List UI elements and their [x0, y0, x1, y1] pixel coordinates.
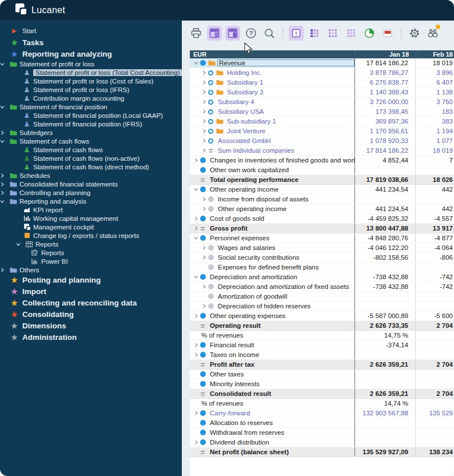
table-row-taxes-on-income[interactable]: Taxes on income	[190, 350, 454, 360]
cell-feb[interactable]	[416, 195, 454, 204]
cell-jan[interactable]: 17 814 186,22	[355, 146, 416, 155]
row-name-cell[interactable]: =Total operating performance	[190, 175, 355, 184]
sidebar-item-subledgers[interactable]: Subledgers	[0, 128, 182, 137]
cell-feb[interactable]	[416, 350, 454, 359]
chevron-right-icon[interactable]	[200, 119, 208, 124]
cell-feb[interactable]: 3 896	[416, 68, 454, 77]
chevron-right-icon[interactable]	[200, 284, 208, 289]
table-row-associated-gmbh[interactable]: Associated GmbH1 078 920,331 077	[190, 136, 454, 146]
sidebar-item-statement-of-profit-or-loss-total-cost-accounting[interactable]: ♟Statement of profit or loss (Total Cost…	[0, 68, 182, 77]
chevron-right-icon[interactable]	[192, 226, 200, 231]
grid-plus-button[interactable]	[325, 26, 340, 41]
table-row-revenue[interactable]: Revenue17 814 186,2218 019	[190, 58, 454, 68]
cell-feb[interactable]	[416, 370, 454, 379]
chevron-right-icon[interactable]	[200, 100, 208, 104]
sidebar-item-statement-of-financial-position-local-gaap[interactable]: ♟Statement of financial position (Local …	[0, 111, 182, 120]
chevron-right-icon[interactable]	[200, 129, 208, 133]
sidebar-item-reporting-and-analysis[interactable]: Reporting and analysis	[0, 197, 182, 205]
row-name-cell[interactable]: Amortization of goodwill	[190, 292, 355, 301]
row-name-cell[interactable]: Social security contributions	[190, 253, 355, 262]
cell-jan[interactable]	[355, 379, 416, 388]
row-name-cell[interactable]: Dividend distribution	[190, 438, 355, 447]
row-name-cell[interactable]: Financial result	[190, 340, 355, 350]
row-name-cell[interactable]: Holding Inc.	[190, 68, 355, 77]
chevron-down-icon[interactable]	[16, 242, 23, 247]
chevron-down-icon[interactable]	[192, 275, 200, 279]
cell-feb[interactable]	[416, 292, 454, 301]
cell-feb[interactable]	[416, 379, 454, 388]
row-name-cell[interactable]: Other own work capitalized	[190, 165, 355, 174]
cell-feb[interactable]	[416, 418, 454, 427]
cell-feb[interactable]: 13 917	[416, 224, 454, 233]
chevron-right-icon[interactable]	[192, 314, 200, 318]
cell-jan[interactable]: -802 158,56	[355, 253, 416, 262]
cell-jan[interactable]: 441 234,54	[355, 185, 416, 194]
sidebar-item-statement-of-profit-or-loss-cost-of-sales[interactable]: ♟Statement of profit or loss (Cost of Sa…	[0, 77, 182, 85]
chevron-right-icon[interactable]	[200, 304, 208, 308]
table-row-wages-and-salaries[interactable]: Wages and salaries-4 046 122,20-4 064	[190, 243, 454, 253]
sidebar-item-statement-of-profit-or-loss-ifrs[interactable]: ♟Statement of profit or loss (IFRS)	[0, 85, 182, 94]
cell-jan[interactable]: 1 140 388,43	[355, 88, 416, 97]
cell-jan[interactable]: 173 398,45	[355, 107, 416, 116]
chevron-down-icon[interactable]	[192, 61, 200, 65]
chevron-right-icon[interactable]	[192, 158, 200, 162]
row-name-cell[interactable]: Subsidiary USA	[190, 107, 355, 116]
row-name-cell[interactable]: Expenses for defined benefit plans	[190, 263, 355, 272]
cell-jan[interactable]: -738 432,88	[355, 272, 416, 281]
column-header-jan[interactable]: Jan 18	[355, 51, 416, 58]
cell-feb[interactable]: 442	[416, 185, 454, 194]
table-row-joint-venture[interactable]: Joint Venture1 170 956,611 194	[190, 126, 454, 136]
table-row-cost-of-goods-sold[interactable]: Cost of goods sold-4 459 825,32-4 557	[190, 214, 454, 224]
row-name-cell[interactable]: Wages and salaries	[190, 243, 355, 252]
chevron-right-icon[interactable]	[200, 109, 208, 114]
table-row-allocation-to-reserves[interactable]: Allocation to reserves	[190, 418, 454, 428]
sidebar-item-statement-of-profit-or-loss[interactable]: Statement of profit or loss	[0, 60, 182, 68]
cell-feb[interactable]	[416, 165, 454, 174]
sidebar-item-change-log-exports-status-reports[interactable]: Change log / exports / status reports	[0, 231, 182, 240]
cell-jan[interactable]: 14,75 %	[355, 331, 416, 340]
row-name-cell[interactable]: Taxes on income	[190, 350, 355, 359]
cell-jan[interactable]: 4 852,44	[355, 156, 416, 165]
row-name-cell[interactable]: =Consolidated result	[190, 389, 355, 398]
chevron-right-icon[interactable]	[0, 268, 7, 272]
chevron-right-icon[interactable]	[200, 197, 208, 201]
table-row-carry-forward[interactable]: Carry-forward132 903 567,88135 529	[190, 408, 454, 418]
cell-feb[interactable]: 1 077	[416, 136, 454, 145]
sidebar-item-controlling-and-planning[interactable]: Controlling and planning	[0, 188, 182, 197]
cell-jan[interactable]: -738 432,88	[355, 282, 416, 291]
cell-jan[interactable]: 17 819 038,66	[355, 175, 416, 184]
sidebar-item-start[interactable]: ▶Start	[0, 25, 182, 37]
cell-jan[interactable]: 1 170 956,61	[355, 126, 416, 136]
layout-table-button[interactable]	[207, 26, 222, 41]
chevron-down-icon[interactable]	[0, 105, 7, 109]
cell-feb[interactable]: 18 019	[416, 58, 454, 68]
chevron-right-icon[interactable]	[200, 255, 208, 260]
table-row-of-revenues[interactable]: % of revenues14,74 %	[190, 399, 454, 408]
sidebar-item-management-cockpit[interactable]: Management cockpit	[0, 223, 182, 231]
chevron-right-icon[interactable]	[0, 182, 7, 187]
chevron-right-icon[interactable]	[192, 343, 200, 347]
row-name-cell[interactable]: Personnel expenses	[190, 233, 355, 243]
row-name-cell[interactable]: Other taxes	[190, 370, 355, 379]
cell-feb[interactable]: 2 704	[416, 389, 454, 398]
chevron-right-icon[interactable]	[200, 245, 208, 250]
table-row-expenses-for-defined-benefit-plans[interactable]: Expenses for defined benefit plans	[190, 263, 454, 272]
chevron-right-icon[interactable]	[200, 70, 208, 75]
binoculars-button[interactable]	[425, 26, 440, 41]
cell-jan[interactable]: -4 848 280,76	[355, 233, 416, 243]
cell-feb[interactable]: 1 194	[416, 126, 454, 136]
row-name-cell[interactable]: Withdrawal from reserves	[190, 428, 355, 437]
cell-feb[interactable]	[416, 438, 454, 447]
sidebar-item-working-capital-management[interactable]: Working capital management	[0, 214, 182, 223]
table-row-subsidiary-3[interactable]: Subsidiary 31 140 388,431 138	[190, 88, 454, 97]
row-name-cell[interactable]: Depreciation and amortization of fixed a…	[190, 282, 355, 291]
row-name-cell[interactable]: Revenue	[190, 58, 355, 68]
cell-feb[interactable]	[416, 263, 454, 272]
row-name-cell[interactable]: Allocation to reserves	[190, 418, 355, 427]
cell-feb[interactable]: 383	[416, 117, 454, 126]
cell-jan[interactable]: -5 587 000,89	[355, 311, 416, 320]
table-row-depreciation-and-amortization-of-fixed-assets[interactable]: Depreciation and amortization of fixed a…	[190, 282, 454, 292]
cell-jan[interactable]	[355, 428, 416, 437]
chevron-right-icon[interactable]	[0, 191, 7, 195]
row-name-cell[interactable]: =Operating result	[190, 321, 355, 330]
